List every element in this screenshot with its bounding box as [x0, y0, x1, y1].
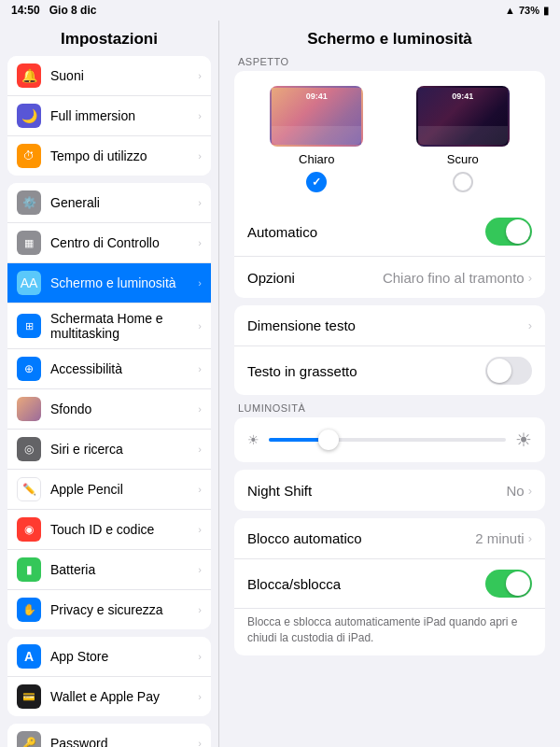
sidebar-item-app-store[interactable]: A App Store ›	[7, 637, 211, 677]
chevron-icon: ›	[198, 150, 202, 162]
night-shift-card: Night Shift No ›	[234, 470, 545, 511]
luminosita-card: ☀ ☀	[234, 417, 545, 462]
brightness-slider[interactable]	[269, 438, 506, 442]
blocco-automatico-row[interactable]: Blocco automatico 2 minuti ›	[234, 518, 545, 559]
sidebar-group-4: 🔑 Password › ✉ Mail › 👤 Contatti › 📅 Cal…	[7, 724, 211, 747]
chevron-icon: ›	[198, 70, 202, 81]
chevron-icon: ›	[198, 197, 202, 208]
night-shift-row[interactable]: Night Shift No ›	[234, 470, 545, 511]
main-layout: Impostazioni 🔔 Suoni › 🌙 Full immersion …	[0, 21, 560, 747]
blocca-note: Blocca e sblocca automaticamente iPad qu…	[234, 609, 545, 655]
chevron-icon: ›	[198, 651, 202, 662]
toggle-knob	[506, 219, 530, 244]
batteria-icon: ▮	[17, 557, 41, 582]
app-store-icon: A	[17, 644, 41, 669]
chevron-icon: ›	[198, 237, 202, 248]
sidebar-item-schermata-home[interactable]: ⊞ Schermata Home e multitasking ›	[7, 303, 211, 349]
sidebar-item-privacy[interactable]: ✋ Privacy e sicurezza ›	[7, 590, 211, 629]
wallet-icon: 💳	[17, 684, 41, 709]
brightness-row: ☀ ☀	[234, 417, 545, 462]
blocco-section: Blocco automatico 2 minuti › Blocca/sblo…	[234, 518, 545, 655]
chevron-icon: ›	[198, 444, 202, 455]
accessibilita-icon: ⊕	[17, 357, 41, 381]
sidebar-item-accessibilita[interactable]: ⊕ Accessibilità ›	[7, 349, 211, 389]
sidebar-item-centro-controllo[interactable]: ▦ Centro di Controllo ›	[7, 223, 211, 263]
suoni-icon: 🔔	[17, 63, 41, 88]
scuro-radio[interactable]	[453, 172, 473, 192]
scuro-overlay	[418, 126, 508, 145]
testo-grassetto-label: Testo in grassetto	[247, 363, 485, 379]
testo-section: Dimensione testo › Testo in grassetto	[234, 305, 545, 395]
sidebar-item-sfondo[interactable]: Sfondo ›	[7, 389, 211, 430]
automatico-toggle[interactable]	[485, 218, 532, 246]
sidebar-item-schermo-luminosita[interactable]: AA Schermo e luminosità ›	[7, 263, 211, 303]
scuro-preview: 09:41	[416, 86, 510, 147]
chevron-icon: ›	[198, 110, 202, 121]
opzioni-chevron: ›	[528, 271, 532, 285]
chevron-icon: ›	[198, 320, 202, 331]
scuro-option[interactable]: 09:41 Scuro	[416, 86, 510, 192]
sidebar-item-batteria[interactable]: ▮ Batteria ›	[7, 550, 211, 590]
aspetto-label: ASPETTO	[234, 56, 545, 71]
testo-grassetto-row: Testo in grassetto	[234, 346, 545, 395]
chiaro-overlay	[272, 126, 361, 145]
wifi-icon: ▲	[505, 5, 515, 16]
slider-thumb[interactable]	[318, 430, 339, 450]
night-shift-chevron: ›	[528, 484, 532, 498]
apple-pencil-icon: ✏️	[17, 477, 41, 501]
sidebar-item-password[interactable]: 🔑 Password ›	[7, 724, 211, 747]
sidebar-item-suoni[interactable]: 🔔 Suoni ›	[7, 56, 211, 96]
generali-icon: ⚙️	[17, 190, 41, 215]
sidebar-item-siri[interactable]: ◎ Siri e ricerca ›	[7, 430, 211, 470]
dimensione-testo-label: Dimensione testo	[247, 317, 528, 333]
sidebar-item-full-immersion[interactable]: 🌙 Full immersion ›	[7, 96, 211, 136]
sidebar-item-apple-pencil[interactable]: ✏️ Apple Pencil ›	[7, 470, 211, 510]
brightness-low-icon: ☀	[247, 432, 259, 447]
blocca-sblocca-toggle[interactable]	[485, 570, 532, 598]
sfondo-icon	[17, 397, 41, 421]
dimensione-chevron: ›	[528, 318, 532, 332]
chiaro-label: Chiaro	[299, 152, 334, 166]
blocca-sblocca-row: Blocca/sblocca	[234, 559, 545, 609]
tempo-utilizzo-icon: ⏱	[17, 144, 41, 168]
schermo-icon: AA	[17, 271, 41, 295]
sidebar-item-generali[interactable]: ⚙️ Generali ›	[7, 183, 211, 223]
chiaro-time: 09:41	[306, 92, 328, 101]
blocco-automatico-label: Blocco automatico	[247, 530, 475, 546]
testo-grassetto-toggle[interactable]	[485, 357, 532, 385]
sidebar-item-touch-id[interactable]: ◉ Touch ID e codice ›	[7, 510, 211, 550]
aspetto-section: ASPETTO 09:41 Chiaro 09:41	[234, 56, 545, 298]
chiaro-radio[interactable]	[306, 172, 327, 192]
chevron-icon: ›	[198, 738, 202, 747]
automatico-label: Automatico	[247, 224, 485, 240]
chiaro-preview: 09:41	[270, 86, 363, 147]
sidebar: Impostazioni 🔔 Suoni › 🌙 Full immersion …	[0, 21, 219, 747]
toggle-knob	[506, 571, 530, 596]
opzioni-row[interactable]: Opzioni Chiaro fino al tramonto ›	[234, 257, 545, 298]
night-shift-value: No	[506, 483, 524, 499]
sidebar-item-label: Suoni	[50, 68, 198, 83]
aspect-row: 09:41 Chiaro 09:41 Scuro	[234, 71, 545, 207]
chevron-icon: ›	[198, 484, 202, 495]
sidebar-item-wallet[interactable]: 💳 Wallet e Apple Pay ›	[7, 677, 211, 716]
chevron-icon: ›	[198, 363, 202, 374]
opzioni-label: Opzioni	[247, 270, 383, 286]
brightness-high-icon: ☀	[515, 429, 532, 451]
luminosita-section: LUMINOSITÀ ☀ ☀	[234, 402, 545, 462]
dimensione-testo-row[interactable]: Dimensione testo ›	[234, 305, 545, 346]
password-icon: 🔑	[17, 731, 41, 747]
toggle-knob	[487, 359, 511, 383]
sidebar-title: Impostazioni	[0, 21, 218, 56]
chevron-icon: ›	[198, 403, 202, 415]
centro-controllo-icon: ▦	[17, 231, 41, 255]
status-bar: 14:50 Gio 8 dic ▲ 73% ▮	[0, 0, 560, 21]
sidebar-group-2: ⚙️ Generali › ▦ Centro di Controllo › AA…	[7, 183, 211, 629]
chevron-icon: ›	[198, 691, 202, 702]
chevron-icon: ›	[198, 524, 202, 535]
sidebar-item-tempo-utilizzo[interactable]: ⏱ Tempo di utilizzo ›	[7, 136, 211, 176]
chiaro-option[interactable]: 09:41 Chiaro	[270, 86, 363, 192]
schermata-home-icon: ⊞	[17, 314, 41, 338]
status-time-date: 14:50 Gio 8 dic	[11, 4, 96, 17]
scuro-label: Scuro	[447, 152, 479, 166]
sidebar-group-1: 🔔 Suoni › 🌙 Full immersion › ⏱ Tempo di …	[7, 56, 211, 176]
